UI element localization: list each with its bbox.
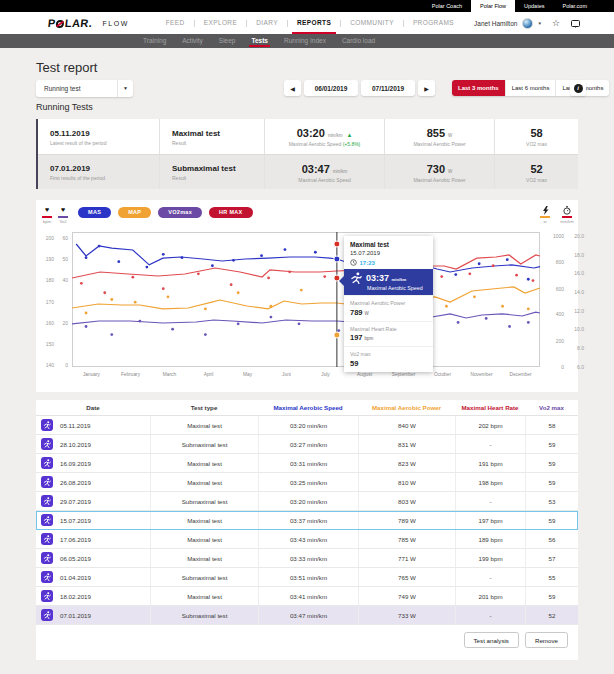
- data-point-mas[interactable]: [527, 278, 530, 281]
- nav-item-diary[interactable]: DIARY: [247, 12, 287, 34]
- data-point-hr-max[interactable]: [267, 277, 270, 280]
- data-point-hr-max[interactable]: [162, 287, 165, 290]
- data-point-map[interactable]: [204, 308, 207, 311]
- table-row[interactable]: 06.05.2019Maximal test03:33 min/km771 W1…: [36, 549, 578, 568]
- data-point-map[interactable]: [167, 295, 170, 298]
- table-row[interactable]: 17.06.2019Maximal test03:43 min/km785 W1…: [36, 530, 578, 549]
- data-point-hr-max[interactable]: [288, 270, 291, 273]
- subnav-item-training[interactable]: Training: [135, 34, 174, 48]
- data-point-vo2max[interactable]: [237, 322, 240, 325]
- polar-logo[interactable]: PLAR.: [47, 17, 93, 29]
- avatar[interactable]: [522, 18, 533, 29]
- table-row[interactable]: 18.02.2019Maximal test03:41 min/km749 W2…: [36, 587, 578, 606]
- data-point-vo2max[interactable]: [527, 321, 530, 324]
- table-row[interactable]: 16.09.2019Maximal test03:31 min/km823 W1…: [36, 454, 578, 473]
- data-point-hr-max[interactable]: [468, 272, 471, 275]
- subnav-item-activity[interactable]: Activity: [174, 34, 211, 48]
- data-point-hr-max[interactable]: [515, 274, 518, 277]
- data-point-mas[interactable]: [145, 266, 148, 269]
- data-point-map[interactable]: [270, 305, 273, 308]
- data-point-map[interactable]: [501, 305, 504, 308]
- data-point-map[interactable]: [300, 289, 303, 292]
- table-row[interactable]: 26.08.2019Maximal test03:25 min/km810 W1…: [36, 473, 578, 492]
- data-point-hr-max[interactable]: [492, 264, 495, 267]
- favorites-star-icon[interactable]: ☆: [552, 18, 560, 28]
- next-period-button[interactable]: ▶: [418, 80, 435, 96]
- data-point-hr-max[interactable]: [230, 283, 233, 286]
- account-caret-icon[interactable]: ▾: [538, 20, 541, 26]
- data-point-mas[interactable]: [478, 262, 481, 265]
- legend-pill-mas[interactable]: MAS: [78, 207, 111, 218]
- topbar-link-polar-coach[interactable]: Polar Coach: [423, 0, 471, 12]
- data-point-vo2max[interactable]: [171, 328, 174, 331]
- nav-item-feed[interactable]: FEED: [157, 12, 194, 34]
- data-point-map[interactable]: [473, 295, 476, 298]
- selected-test-marker-dot[interactable]: [334, 256, 340, 262]
- table-row[interactable]: 29.07.2019Submaximal test03:20 min/km803…: [36, 492, 578, 511]
- data-point-vo2max[interactable]: [270, 316, 273, 319]
- subnav-item-cardio-load[interactable]: Cardio load: [334, 34, 383, 48]
- nav-item-programs[interactable]: PROGRAMS: [404, 12, 463, 34]
- info-button[interactable]: i: [570, 80, 586, 96]
- data-point-mas[interactable]: [181, 256, 184, 259]
- legend-pill-vo2max[interactable]: VO2max: [158, 207, 202, 218]
- subnav-item-running-index[interactable]: Running Index: [276, 34, 334, 48]
- topbar-link-updates[interactable]: Updates: [515, 0, 554, 12]
- selected-test-marker-dot[interactable]: [334, 241, 340, 247]
- sport-filter-dropdown[interactable]: Running test ▼: [36, 80, 133, 97]
- data-point-map[interactable]: [237, 291, 240, 294]
- data-point-mas[interactable]: [211, 264, 214, 267]
- subnav-item-sleep[interactable]: Sleep: [211, 34, 244, 48]
- end-date-input[interactable]: 07/11/2019: [361, 80, 415, 96]
- subnav-item-tests[interactable]: Tests: [243, 34, 276, 48]
- legend-pill-map[interactable]: MAP: [118, 207, 151, 218]
- nav-item-reports[interactable]: REPORTS: [288, 12, 340, 34]
- data-point-hr-max[interactable]: [131, 276, 134, 279]
- data-point-mas[interactable]: [260, 254, 263, 257]
- test-analysis-button[interactable]: Test analysis: [464, 632, 519, 648]
- table-row[interactable]: 28.10.2019Submaximal test03:27 min/km831…: [36, 435, 578, 454]
- data-point-hr-max[interactable]: [323, 275, 326, 278]
- data-point-mas[interactable]: [314, 251, 317, 254]
- table-row[interactable]: 15.07.2019Maximal test03:37 min/km789 W1…: [36, 511, 578, 530]
- data-point-mas[interactable]: [506, 258, 509, 261]
- data-point-vo2max[interactable]: [298, 322, 301, 325]
- data-point-map[interactable]: [110, 298, 113, 301]
- data-point-mas[interactable]: [232, 259, 235, 262]
- topbar-link-polar-flow[interactable]: Polar Flow: [471, 0, 515, 12]
- start-date-input[interactable]: 06/01/2019: [304, 80, 358, 96]
- data-point-vo2max[interactable]: [485, 317, 488, 320]
- data-point-vo2max[interactable]: [204, 333, 207, 336]
- data-point-vo2max[interactable]: [337, 329, 340, 332]
- data-point-map[interactable]: [134, 301, 137, 304]
- table-row[interactable]: 05.11.2019Maximal test03:20 min/km840 W2…: [36, 416, 578, 435]
- nav-item-community[interactable]: COMMUNITY: [341, 12, 403, 34]
- feedback-chat-icon[interactable]: [571, 20, 580, 27]
- data-point-map[interactable]: [527, 308, 530, 311]
- prev-period-button[interactable]: ◀: [284, 80, 301, 96]
- data-point-vo2max[interactable]: [508, 325, 511, 328]
- data-point-hr-max[interactable]: [103, 291, 106, 294]
- data-point-mas[interactable]: [85, 256, 88, 259]
- nav-item-explore[interactable]: EXPLORE: [195, 12, 247, 34]
- data-point-mas[interactable]: [454, 273, 457, 276]
- data-point-map[interactable]: [85, 312, 88, 315]
- data-point-vo2max[interactable]: [85, 325, 88, 328]
- data-point-hr-max[interactable]: [80, 282, 83, 285]
- topbar-link-polar-com[interactable]: Polar.com: [554, 0, 596, 12]
- data-point-vo2max[interactable]: [138, 320, 141, 323]
- remove-button[interactable]: Remove: [525, 632, 568, 648]
- legend-pill-hr-max[interactable]: HR MAX: [209, 207, 253, 218]
- table-row[interactable]: 01.04.2019Submaximal test03:51 min/km765…: [36, 568, 578, 587]
- data-point-hr-max[interactable]: [197, 272, 200, 275]
- chart-plot-area[interactable]: [72, 232, 540, 367]
- data-point-mas[interactable]: [98, 245, 101, 248]
- data-point-mas[interactable]: [284, 248, 287, 251]
- range-last-3-months[interactable]: Last 3 months: [452, 80, 505, 96]
- data-point-hr-max[interactable]: [440, 275, 443, 278]
- data-point-vo2max[interactable]: [457, 321, 460, 324]
- data-point-hr-max[interactable]: [532, 279, 535, 282]
- table-row[interactable]: 07.01.2019Submaximal test03:47 min/km733…: [36, 606, 578, 625]
- data-point-mas[interactable]: [162, 253, 165, 256]
- user-name[interactable]: Janet Hamilton: [474, 20, 517, 27]
